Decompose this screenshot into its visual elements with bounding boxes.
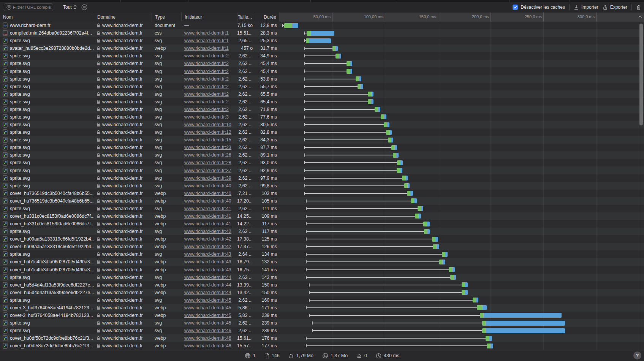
waterfall-bar[interactable]	[415, 214, 421, 218]
initiator-link[interactable]: www.richard-dern.fr:37	[184, 168, 231, 173]
initiator-link[interactable]: www.richard-dern.fr:44	[184, 290, 231, 295]
initiator-link[interactable]: www.richard-dern.fr:41	[184, 214, 231, 219]
column-header-duration[interactable]: Durée	[255, 13, 280, 22]
initiator-link[interactable]: www.richard-dern.fr:45	[184, 320, 231, 326]
waterfall-bar[interactable]	[347, 69, 352, 74]
column-header-name[interactable]: Nom	[0, 13, 94, 22]
waterfall-bar[interactable]	[480, 313, 562, 318]
initiator-link[interactable]: www.richard-dern.fr:2	[184, 99, 229, 104]
request-row[interactable]: sprite.svgwww.richard-dern.frsvgwww.rich…	[0, 106, 644, 113]
initiator-link[interactable]: www.richard-dern.fr:45	[184, 313, 231, 318]
waterfall-bar[interactable]	[477, 305, 487, 310]
initiator-link[interactable]: www.richard-dern.fr:10	[184, 122, 231, 127]
waterfall-bar[interactable]	[407, 191, 413, 196]
initiator-link[interactable]: www.richard-dern.fr:45	[184, 298, 231, 303]
initiator-link[interactable]: www.richard-dern.fr:2	[184, 69, 229, 74]
initiator-link[interactable]: www.richard-dern.fr:2	[184, 92, 229, 97]
initiator-link[interactable]: www.richard-dern.fr:46	[184, 336, 231, 341]
waterfall-bar[interactable]	[368, 92, 373, 97]
waterfall-bar[interactable]	[404, 183, 410, 188]
waterfall-bar[interactable]	[347, 61, 352, 66]
clear-network-items-button[interactable]	[636, 5, 641, 10]
request-row[interactable]: sprite.svgwww.richard-dern.frsvgwww.rich…	[0, 250, 644, 258]
column-header-domain[interactable]: Domaine	[94, 13, 152, 22]
waterfall-bar[interactable]	[368, 99, 373, 104]
waterfall-bar[interactable]	[473, 298, 478, 302]
filter-options-button[interactable]	[81, 4, 87, 10]
request-row[interactable]: cover_hu5d4d4af13a53f9dee6df2227e...www.…	[0, 289, 644, 296]
initiator-link[interactable]: www.richard-dern.fr:2	[184, 107, 229, 112]
initiator-link[interactable]: www.richard-dern.fr:42	[184, 236, 231, 242]
request-row[interactable]: cover_hu5d4d4af13a53f9dee6df2227e...www.…	[0, 281, 644, 289]
waterfall-bar[interactable]	[397, 168, 402, 173]
waterfall-bar[interactable]	[335, 54, 341, 59]
disable-caches-toggle[interactable]: Désactiver les caches	[513, 5, 565, 10]
request-row[interactable]: cover_hu331c0ec8153f0ad6e0086dc7f...www.…	[0, 212, 644, 220]
request-row[interactable]: cover-3_huf3764058ae44194b782123...www.r…	[0, 304, 644, 312]
waterfall-bar[interactable]	[462, 282, 468, 287]
request-row[interactable]: sprite.svgwww.richard-dern.frsvgwww.rich…	[0, 67, 644, 75]
request-row[interactable]: cover_hu0df58c72dc9cfbe8bb76c21f3...www.…	[0, 334, 644, 342]
request-row[interactable]: sprite.svgwww.richard-dern.frsvgwww.rich…	[0, 228, 644, 235]
waterfall-bar[interactable]	[432, 237, 438, 242]
request-row[interactable]: sprite.svgwww.richard-dern.frsvgwww.rich…	[0, 128, 644, 136]
initiator-link[interactable]: www.richard-dern.fr:44	[184, 275, 231, 280]
request-row[interactable]: sprite.svgwww.richard-dern.frsvgwww.rich…	[0, 144, 644, 151]
request-row[interactable]: <>www.richard-dern.frwww.richard-dern.fr…	[0, 22, 644, 29]
request-row[interactable]: sprite.svgwww.richard-dern.frsvgwww.rich…	[0, 90, 644, 98]
request-row[interactable]: sprite.svgwww.richard-dern.frsvgwww.rich…	[0, 98, 644, 106]
waterfall-bar[interactable]	[358, 84, 363, 89]
initiator-link[interactable]: www.richard-dern.fr:15	[184, 137, 231, 142]
waterfall-bar[interactable]	[442, 252, 448, 257]
waterfall-bar[interactable]	[381, 114, 386, 119]
initiator-link[interactable]: www.richard-dern.fr:12	[184, 130, 231, 135]
initiator-link[interactable]: www.richard-dern.fr:3	[184, 114, 229, 120]
url-filter-field[interactable]	[4, 3, 53, 11]
request-row[interactable]: sprite.svgwww.richard-dern.frsvgwww.rich…	[0, 151, 644, 159]
initiator-link[interactable]: www.richard-dern.fr:40	[184, 198, 231, 204]
waterfall-bar[interactable]	[386, 130, 392, 135]
initiator-link[interactable]: www.richard-dern.fr:46	[184, 328, 231, 333]
initiator-link[interactable]: www.richard-dern.fr:26	[184, 152, 231, 158]
waterfall-bar[interactable]	[391, 145, 397, 150]
waterfall-bar[interactable]	[423, 222, 429, 226]
waterfall-bar[interactable]	[356, 76, 361, 81]
request-row[interactable]: sprite.svgwww.richard-dern.frsvgwww.rich…	[0, 182, 644, 190]
initiator-link[interactable]: www.richard-dern.fr:42	[184, 244, 231, 249]
waterfall-bar[interactable]	[449, 267, 455, 272]
initiator-link[interactable]: www.richard-dern.fr:41	[184, 206, 231, 211]
initiator-link[interactable]: www.richard-dern.fr:2	[184, 84, 229, 89]
request-row[interactable]: sprite.svgwww.richard-dern.frsvgwww.rich…	[0, 166, 644, 174]
request-row[interactable]: sprite.svgwww.richard-dern.frsvgwww.rich…	[0, 274, 644, 281]
waterfall-bar[interactable]	[402, 176, 408, 180]
request-row[interactable]: sprite.svgwww.richard-dern.frsvgwww.rich…	[0, 37, 644, 44]
initiator-link[interactable]: www.richard-dern.fr:1	[184, 46, 229, 51]
initiator-link[interactable]: www.richard-dern.fr:40	[184, 191, 231, 196]
request-row[interactable]: sprite.svgwww.richard-dern.frsvgwww.rich…	[0, 121, 644, 128]
request-row[interactable]: avatar_hu85ecc3e298728880b0bde2d...www.r…	[0, 44, 644, 52]
url-filter-input[interactable]	[13, 5, 51, 10]
waterfall-bar[interactable]	[375, 107, 380, 112]
initiator-link[interactable]: www.richard-dern.fr:23	[184, 145, 231, 150]
request-row[interactable]: cover_hu736519dc3b5040cfa48b6b55...www.r…	[0, 197, 644, 205]
checkbox-checked-icon[interactable]	[513, 5, 518, 10]
initiator-link[interactable]: www.richard-dern.fr:43	[184, 259, 231, 264]
initiator-link[interactable]: www.richard-dern.fr:46	[184, 343, 231, 348]
request-row[interactable]: sprite.svgwww.richard-dern.frsvgwww.rich…	[0, 174, 644, 182]
initiator-link[interactable]: www.richard-dern.fr:44	[184, 282, 231, 288]
request-row[interactable]: sprite.svgwww.richard-dern.frsvgwww.rich…	[0, 75, 644, 83]
request-row[interactable]: cover_hu0df58c72dc9cfbe8bb76c21f3...www.…	[0, 342, 644, 350]
help-button[interactable]: ?	[633, 352, 641, 359]
column-header-initiator[interactable]: Initiateur	[182, 13, 237, 22]
request-row[interactable]: sprite.svgwww.richard-dern.frsvgwww.rich…	[0, 83, 644, 90]
initiator-link[interactable]: www.richard-dern.fr:43	[184, 252, 231, 257]
request-row[interactable]: cover_hub1c4fb3dfa06d2870f5d490a3...www.…	[0, 266, 644, 274]
waterfall-bar[interactable]	[284, 23, 298, 28]
request-row[interactable]: cover_hu09aa5a133319c66fd5f1922b4...www.…	[0, 243, 644, 250]
request-row[interactable]: cover-3_huf3764058ae44194b782123...www.r…	[0, 312, 644, 319]
initiator-link[interactable]: www.richard-dern.fr:40	[184, 183, 231, 188]
import-button[interactable]: Importer	[574, 5, 598, 10]
waterfall-bar[interactable]	[487, 344, 493, 348]
waterfall-bar[interactable]	[384, 122, 389, 127]
export-button[interactable]: Exporter	[603, 5, 627, 10]
